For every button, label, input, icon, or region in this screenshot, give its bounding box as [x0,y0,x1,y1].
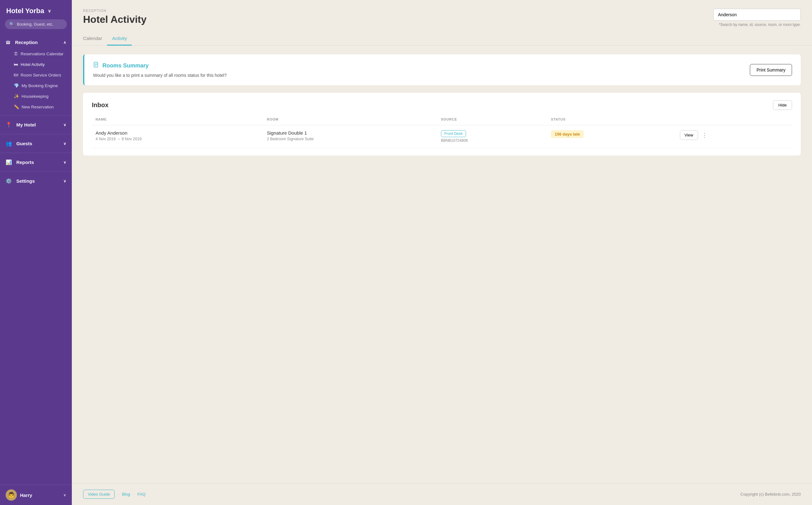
sidebar-search[interactable]: 🔍 Booking, Guest, etc. [5,19,67,29]
main-content: RECEPTION Hotel Activity *Search by name… [72,0,812,505]
sidebar-section-settings: ⚙️ Settings ∨ [0,173,72,189]
reception-chevron-icon: ∧ [63,40,66,45]
guest-cell: Andy Anderson 4 Nov 2019 → 8 Nov 2019 [92,125,263,148]
more-options-button[interactable]: ⋮ [700,131,709,140]
sidebar-group-my-hotel[interactable]: 📍 My Hotel ∨ [0,119,72,131]
actions-cell: View ⋮ [676,125,792,148]
col-status: STATUS [547,115,676,125]
avatar-emoji: 👨 [8,492,15,498]
sidebar-item-label: Room Service Orders [21,73,61,77]
my-hotel-label: My Hotel [16,122,36,128]
sidebar-section-my-hotel: 📍 My Hotel ∨ [0,117,72,133]
rooms-summary-card: Rooms Summary Would you like a to print … [83,54,801,85]
source-badge: Front Desk [441,130,466,137]
guest-name: Andy Anderson [96,130,259,136]
avatar: 👨 [6,489,17,501]
housekeeping-icon: ✨ [14,94,19,99]
sidebar-user[interactable]: 👨 Harry ∨ [0,485,72,505]
content-area: Rooms Summary Would you like a to print … [72,46,812,164]
new-reservation-icon: ✏️ [14,104,19,109]
blog-link[interactable]: Blog [122,492,130,497]
col-name: NAME [92,115,263,125]
rooms-summary-left: Rooms Summary Would you like a to print … [93,62,227,78]
source-cell: Front Desk BBNB10724808 [437,125,547,148]
search-input[interactable] [713,9,801,21]
hotel-name[interactable]: Hotel Yorba ∨ [0,0,72,19]
faq-link[interactable]: FAQ [137,492,146,497]
search-icon: 🔍 [9,22,14,26]
inbox-header: Inbox Hide [92,100,792,110]
page-title: Hotel Activity [83,14,147,25]
booking-engine-icon: 💎 [14,83,19,88]
sidebar-divider [0,115,72,116]
table-row: Andy Anderson 4 Nov 2019 → 8 Nov 2019 Si… [92,125,792,148]
sidebar-section-reception: 🛎 Reception ∧ 🗓 Reservations Calendar 🛏 … [0,35,72,114]
sidebar-group-reports[interactable]: 📊 Reports ∨ [0,156,72,168]
table-body: Andy Anderson 4 Nov 2019 → 8 Nov 2019 Si… [92,125,792,148]
sidebar-section-guests: 👥 Guests ∨ [0,136,72,152]
inbox-title: Inbox [92,102,108,109]
settings-label: Settings [16,178,35,184]
sidebar-item-hotel-activity[interactable]: 🛏 Hotel Activity [0,59,72,70]
sidebar-divider-2 [0,134,72,134]
hotel-activity-icon: 🛏 [14,62,18,67]
reports-label: Reports [16,160,34,165]
source-id: BBNB10724808 [441,138,543,143]
breadcrumb: RECEPTION [83,9,147,12]
action-cell: View ⋮ [680,130,788,140]
guests-label: Guests [16,141,32,146]
main-header: RECEPTION Hotel Activity *Search by name… [72,0,812,27]
header-left: RECEPTION Hotel Activity [83,9,147,25]
inbox-table: NAME ROOM SOURCE STATUS Andy Anderson 4 … [92,115,792,148]
main-footer: Video Guide · Blog · FAQ Copyright (c) B… [72,483,812,505]
guests-icon: 👥 [6,141,12,146]
hide-button[interactable]: Hide [773,100,792,110]
tab-calendar[interactable]: Calendar [83,33,107,46]
sidebar-item-label: Hotel Activity [21,62,45,67]
sidebar-item-label: My Booking Engine [22,83,58,88]
header-right: *Search by name, id, source, room, or ro… [713,9,801,27]
search-placeholder: Booking, Guest, etc. [17,22,53,26]
dot-separator-2: · [133,492,134,497]
sidebar-item-room-service[interactable]: 🍽 Room Service Orders [0,70,72,80]
reception-label: Reception [15,40,38,45]
sidebar-group-guests[interactable]: 👥 Guests ∨ [0,137,72,150]
sidebar-item-new-reservation[interactable]: ✏️ New Reservation [0,102,72,112]
hotel-chevron-icon: ∨ [48,8,51,13]
document-icon [93,62,99,70]
video-guide-button[interactable]: Video Guide [83,490,115,499]
col-room: ROOM [263,115,437,125]
calendar-icon: 🗓 [14,51,18,56]
guests-chevron-icon: ∨ [63,142,66,146]
sidebar-item-booking-engine[interactable]: 💎 My Booking Engine [0,80,72,91]
sidebar-group-settings[interactable]: ⚙️ Settings ∨ [0,175,72,187]
rooms-summary-title: Rooms Summary [93,62,227,70]
my-hotel-chevron-icon: ∨ [63,123,66,127]
sidebar-item-label: Reservations Calendar [21,51,63,56]
sidebar-item-label: Housekeeping [22,94,48,99]
user-chevron-icon: ∨ [63,493,66,497]
status-cell: 156 days late [547,125,676,148]
col-source: SOURCE [437,115,547,125]
room-type: 2 Bedroom Signature Suite [267,137,433,141]
sidebar-section-reports: 📊 Reports ∨ [0,154,72,170]
status-badge: 156 days late [551,130,584,138]
guest-dates: 4 Nov 2019 → 8 Nov 2019 [96,137,259,141]
sidebar-item-reservations-calendar[interactable]: 🗓 Reservations Calendar [0,48,72,59]
my-hotel-icon: 📍 [6,122,12,128]
user-name: Harry [20,493,60,498]
tab-activity[interactable]: Activity [107,33,132,46]
rooms-summary-description: Would you like a to print a summary of a… [93,73,227,78]
rooms-summary-heading: Rooms Summary [103,62,149,69]
sidebar-item-housekeeping[interactable]: ✨ Housekeeping [0,91,72,102]
hotel-name-label: Hotel Yorba [6,7,44,15]
sidebar-group-reception[interactable]: 🛎 Reception ∧ [0,36,72,48]
print-summary-button[interactable]: Print Summary [750,64,792,76]
dot-separator-1: · [118,492,119,497]
reports-icon: 📊 [6,160,12,165]
footer-links: Video Guide · Blog · FAQ [83,490,146,499]
inbox-card: Inbox Hide NAME ROOM SOURCE STATUS [83,93,801,156]
view-button[interactable]: View [680,130,698,140]
col-actions [676,115,792,125]
settings-chevron-icon: ∨ [63,179,66,183]
